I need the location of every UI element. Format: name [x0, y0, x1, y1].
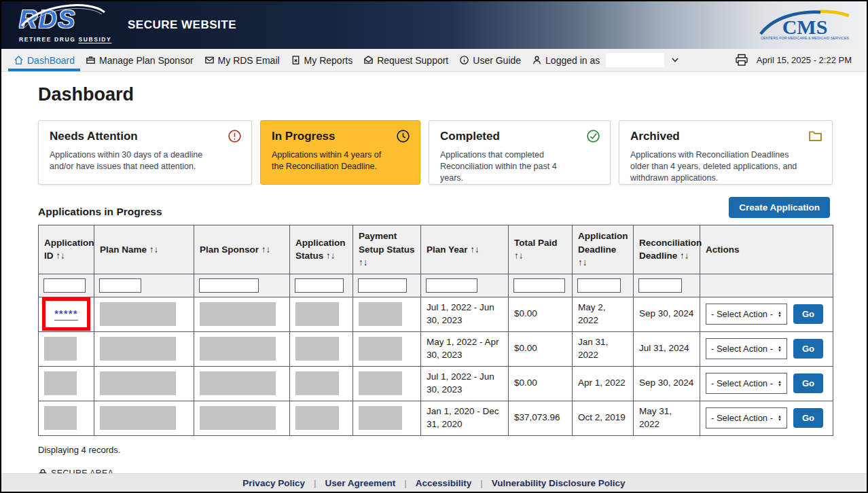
- application-id-cell: [39, 401, 94, 435]
- select-action-dropdown[interactable]: - Select Action - ▲▼: [706, 338, 787, 359]
- sort-arrows-icon[interactable]: ↑↓: [680, 251, 689, 261]
- applications-section-title: Applications in Progress: [38, 206, 162, 218]
- col-total-paid[interactable]: Total Paid ↑↓: [509, 225, 573, 274]
- footer-link-vulnerability-disclosure-policy[interactable]: Vulnerability Disclosure Policy: [492, 478, 626, 488]
- go-button[interactable]: Go: [793, 408, 823, 428]
- card-archived[interactable]: Archived Applications with Reconciliatio…: [619, 120, 833, 185]
- card-in-progress[interactable]: In Progress Applications within 4 years …: [260, 120, 420, 185]
- application-id-cell: *****: [39, 297, 94, 331]
- col-application-id[interactable]: Application ID ↑↓: [39, 225, 94, 274]
- redacted-application-id: [44, 371, 77, 395]
- card-in-progress-description: Applications within 4 years of the Recon…: [272, 149, 409, 172]
- nav-item-request-support[interactable]: Request Support: [358, 49, 454, 71]
- filter-input-application-status[interactable]: [295, 278, 344, 293]
- applications-section-header: Applications in Progress Create Applicat…: [38, 197, 830, 218]
- nav-item-manage-plan-sponsor[interactable]: Manage Plan Sponsor: [80, 49, 199, 71]
- filter-input-application-deadline[interactable]: [577, 278, 621, 293]
- col-label: Application Deadline: [578, 231, 628, 255]
- table-row-1: ***** Jul 1, 2022 - Jun 30, 2023 $0.00 M…: [39, 297, 833, 331]
- col-label: Plan Sponsor: [200, 244, 259, 255]
- redacted-plan-sponsor: [200, 302, 276, 326]
- nav-label-logged-in: Logged in as: [545, 55, 600, 66]
- redacted-payment-setup-status: [359, 406, 402, 430]
- col-application-status[interactable]: Application Status ↑↓: [290, 225, 353, 274]
- col-actions: Actions: [700, 225, 833, 274]
- footer-link-accessibility[interactable]: Accessibility: [416, 478, 472, 488]
- filter-cell: [509, 274, 573, 297]
- filter-input-plan-name[interactable]: [99, 278, 141, 293]
- plan-name-cell: [94, 331, 194, 366]
- print-icon[interactable]: [735, 54, 748, 67]
- secure-area-label: SECURE AREA: [51, 469, 113, 473]
- sort-arrows-icon[interactable]: ↑↓: [261, 244, 271, 255]
- table-row-2: May 1, 2022 - Apr 30, 2023 $0.00 Jan 31,…: [39, 331, 833, 366]
- footer-link-user-agreement[interactable]: User Agreement: [325, 478, 395, 488]
- go-button[interactable]: Go: [793, 373, 823, 393]
- card-archived-description: Applications with Reconciliation Deadlin…: [630, 149, 821, 184]
- total-paid-cell: $37,073.96: [509, 401, 573, 435]
- card-needs-attention-description: Applications within 30 days of a deadlin…: [50, 149, 240, 172]
- table-header-row: Application ID ↑↓ Plan Name ↑↓ Plan Spon…: [39, 225, 833, 274]
- nav-label-request-support: Request Support: [377, 55, 448, 66]
- select-action-dropdown[interactable]: - Select Action - ▲▼: [706, 304, 787, 325]
- application-id-link[interactable]: *****: [54, 308, 78, 321]
- rds-tagline-part2: SUBSIDY: [78, 36, 111, 43]
- actions-cell: - Select Action - ▲▼ Go: [700, 331, 833, 366]
- col-plan-year[interactable]: Plan Year ↑↓: [421, 225, 509, 274]
- redacted-application-status: [295, 371, 339, 395]
- table-row-4: Jan 1, 2020 - Dec 31, 2020 $37,073.96 Oc…: [39, 401, 833, 435]
- logged-in-user-select[interactable]: [606, 53, 664, 67]
- application-id-cell: [39, 331, 94, 366]
- filter-input-payment-setup-status[interactable]: [358, 278, 407, 293]
- filter-input-total-paid[interactable]: [513, 278, 565, 293]
- col-application-deadline[interactable]: Application Deadline ↑↓: [573, 225, 634, 274]
- filter-input-application-id[interactable]: [43, 278, 86, 293]
- top-banner: RDS RETIREE DRUG SUBSIDY SECURE WEBSITE …: [1, 1, 867, 49]
- status-cards: Needs Attention Applications within 30 d…: [38, 120, 830, 185]
- envelope-icon: [204, 55, 215, 65]
- select-arrows-icon: ▲▼: [778, 415, 782, 422]
- footer-link-privacy-policy[interactable]: Privacy Policy: [242, 478, 305, 488]
- actions-cell: - Select Action - ▲▼ Go: [700, 297, 833, 331]
- application-deadline-cell: Jan 31, 2022: [573, 331, 634, 366]
- col-plan-name[interactable]: Plan Name ↑↓: [94, 225, 194, 274]
- filter-cell: [39, 274, 94, 297]
- cms-subtext: CENTERS FOR MEDICARE & MEDICAID SERVICES: [761, 36, 850, 40]
- select-action-dropdown[interactable]: - Select Action - ▲▼: [706, 407, 787, 428]
- col-reconciliation-deadline[interactable]: Reconciliation Deadline ↑↓: [634, 225, 700, 274]
- sort-arrows-icon[interactable]: ↑↓: [470, 244, 480, 255]
- nav-item-logged-in-user[interactable]: Logged in as: [526, 49, 684, 71]
- nav-label-manage-plan-sponsor: Manage Plan Sponsor: [99, 55, 194, 66]
- go-button[interactable]: Go: [793, 304, 823, 324]
- col-label: Payment Setup Status: [359, 231, 415, 255]
- nav-label-my-reports: My Reports: [304, 55, 353, 66]
- footer-separator: |: [480, 478, 483, 488]
- redacted-plan-name: [100, 371, 176, 395]
- sort-arrows-icon[interactable]: ↑↓: [359, 257, 368, 268]
- sort-arrows-icon[interactable]: ↑↓: [514, 251, 524, 261]
- filter-input-plan-sponsor[interactable]: [199, 278, 259, 293]
- card-completed[interactable]: Completed Applications that completed Re…: [429, 120, 611, 185]
- user-icon: [532, 55, 542, 65]
- go-button[interactable]: Go: [793, 339, 823, 359]
- col-payment-setup-status[interactable]: Payment Setup Status ↑↓: [353, 225, 421, 274]
- nav-item-user-guide[interactable]: User Guide: [454, 49, 526, 71]
- payment-setup-status-cell: [353, 331, 421, 366]
- nav-item-my-rds-email[interactable]: My RDS Email: [199, 49, 285, 71]
- application-deadline-cell: Oct 2, 2019: [573, 401, 634, 435]
- sort-arrows-icon[interactable]: ↑↓: [149, 244, 159, 255]
- rds-swoosh-icon: [15, 3, 110, 34]
- col-plan-sponsor[interactable]: Plan Sponsor ↑↓: [194, 225, 290, 274]
- card-needs-attention[interactable]: Needs Attention Applications within 30 d…: [38, 120, 252, 185]
- sort-arrows-icon[interactable]: ↑↓: [326, 251, 336, 261]
- redacted-application-id: [44, 337, 77, 361]
- highlight-red-box: *****: [42, 297, 90, 331]
- sort-arrows-icon[interactable]: ↑↓: [578, 257, 587, 268]
- select-action-dropdown[interactable]: - Select Action - ▲▼: [706, 373, 787, 394]
- nav-item-my-reports[interactable]: My Reports: [285, 49, 359, 71]
- filter-input-plan-year[interactable]: [426, 278, 477, 293]
- create-application-button[interactable]: Create Application: [729, 197, 830, 218]
- nav-item-dashboard[interactable]: DashBoard: [8, 49, 80, 71]
- sort-arrows-icon[interactable]: ↑↓: [56, 251, 65, 261]
- filter-input-reconciliation-deadline[interactable]: [638, 278, 682, 293]
